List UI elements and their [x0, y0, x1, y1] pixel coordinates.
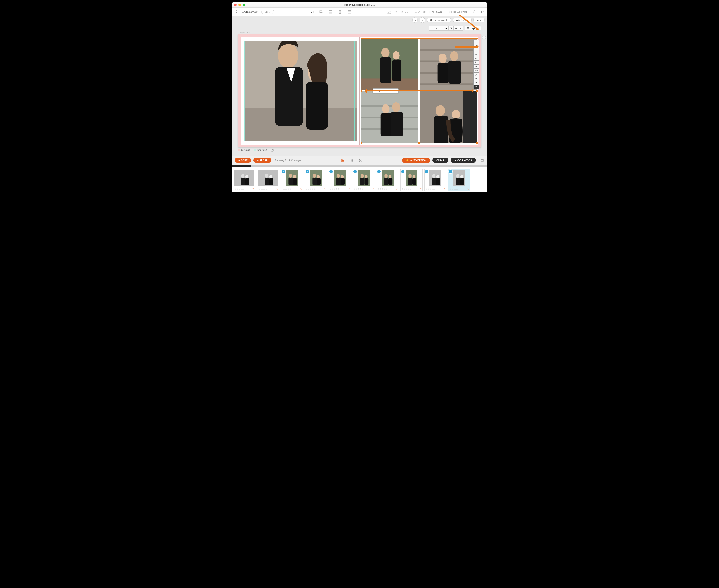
thumb-card[interactable]: 1☆☆☆☆☆♡ [329, 169, 351, 191]
magic-tool-icon[interactable]: ✦ [453, 26, 459, 31]
grid-photo-4[interactable] [420, 91, 477, 144]
heart-icon[interactable]: ♡ [467, 188, 469, 190]
rating-stars[interactable]: ☆☆☆☆☆ [306, 188, 316, 190]
heart-icon[interactable]: ♡ [276, 188, 278, 190]
zoom-tool-icon[interactable] [429, 26, 434, 31]
thumb-card[interactable]: 2☆☆☆☆☆♡ [353, 169, 375, 191]
album-size-pill[interactable]: 8x8 [261, 10, 274, 14]
heart-icon[interactable]: ♡ [396, 188, 398, 190]
thumb-card[interactable]: 2☆☆☆☆☆♡ [305, 169, 327, 191]
comments-mode-icon[interactable] [319, 9, 323, 14]
rating-stars[interactable]: ☆☆☆☆☆ [282, 188, 292, 190]
clear-button[interactable]: CLEAR [432, 158, 448, 163]
dock-resize-icon[interactable] [480, 158, 484, 163]
add-page-button[interactable]: + [482, 36, 486, 39]
thumb-card[interactable]: 2☆☆☆☆☆♡ [400, 169, 423, 191]
svg-point-9 [430, 27, 432, 29]
svg-rect-86 [312, 177, 317, 185]
minimize-window-button[interactable] [238, 4, 241, 6]
side-contrast-icon[interactable] [473, 64, 479, 69]
zoom-window-button[interactable] [242, 4, 245, 6]
side-bw-button[interactable]: BW [473, 68, 479, 73]
sort-button[interactable]: ◀SORT [235, 158, 251, 163]
side-crop-icon[interactable] [473, 60, 479, 65]
view-grid-active-icon[interactable] [340, 158, 345, 163]
rating-stars[interactable]: ☆☆☆☆☆ [234, 188, 244, 190]
grid-photo-2[interactable] [420, 38, 477, 90]
svg-rect-93 [341, 178, 345, 185]
visibility-icon[interactable] [458, 26, 463, 31]
heart-icon[interactable]: ♡ [372, 188, 374, 190]
grid-photo-3[interactable] [361, 91, 419, 144]
rating-stars[interactable]: ☆☆☆☆☆ [330, 188, 339, 190]
titlebar: Fundy Designer Suite v10 [232, 2, 487, 8]
svg-point-95 [361, 174, 364, 178]
album-icon[interactable] [234, 9, 239, 14]
grid-icon [467, 27, 469, 29]
thumb-card[interactable]: ☆☆☆☆☆♡ [233, 169, 255, 191]
rating-stars[interactable]: ☆☆☆☆☆ [402, 188, 411, 190]
thumb-card[interactable]: 1☆☆☆☆☆♡ [257, 169, 279, 191]
side-sliders-icon[interactable] [473, 77, 479, 81]
thumb-card[interactable]: 2☆☆☆☆☆♡ [424, 169, 446, 191]
grid-photo-1[interactable] [361, 38, 419, 90]
view-dots-icon[interactable] [350, 158, 354, 163]
svg-point-102 [389, 175, 392, 178]
heart-icon[interactable]: ♡ [444, 188, 445, 190]
side-1to1-button[interactable]: 1:1 [473, 40, 479, 44]
filter-button[interactable]: ◀FILTER [253, 158, 271, 163]
show-comments-button[interactable]: Show Comments [427, 18, 451, 22]
layout-icon[interactable] [347, 9, 352, 14]
cards-icon[interactable] [338, 9, 342, 14]
contrast-tool-icon[interactable] [448, 26, 453, 31]
window-title: Fundy Designer Suite v10 [232, 3, 487, 6]
side-rotate-icon[interactable] [473, 56, 479, 61]
prev-spread-button[interactable]: ‹ [413, 17, 418, 23]
fill-tool-icon[interactable]: ■ [444, 26, 449, 31]
text-tool-icon[interactable]: T [439, 26, 444, 31]
heart-icon[interactable]: ♡ [324, 188, 326, 190]
side-help-icon[interactable]: ? [473, 81, 479, 85]
auto-design-button[interactable]: ⚡AUTO DESIGN [402, 158, 430, 163]
svg-point-35 [450, 51, 458, 61]
left-photo-frame[interactable] [245, 41, 357, 141]
svg-rect-14 [467, 28, 468, 29]
legend-help-icon[interactable]: ? [271, 149, 274, 152]
side-brush-icon[interactable] [473, 72, 479, 77]
heart-icon[interactable]: ♡ [300, 188, 302, 190]
close-window-button[interactable] [234, 4, 237, 6]
next-spread-button[interactable]: › [420, 17, 425, 23]
wall-art-icon[interactable] [328, 9, 333, 14]
svg-rect-56 [342, 159, 343, 160]
rating-stars[interactable]: ☆☆☆☆☆ [378, 188, 387, 190]
thumb-card[interactable]: 2☆☆☆☆☆♡ [377, 169, 399, 191]
export-icon[interactable] [387, 9, 392, 14]
rating-stars[interactable]: ☆☆☆☆☆ [258, 188, 268, 190]
heart-icon[interactable]: ♡ [252, 188, 254, 190]
chevron-left-icon: ◀ [257, 160, 258, 161]
sync-icon[interactable] [472, 9, 477, 14]
fit-width-icon[interactable]: ↔ [434, 26, 439, 31]
rating-stars[interactable]: ☆☆☆☆☆ [425, 188, 435, 190]
page-right[interactable]: 1:1 BW ↔ 1:1 Fit [360, 37, 479, 145]
rating-stars[interactable]: ☆☆☆☆☆ [449, 188, 459, 190]
rating-stars[interactable]: ☆☆☆☆☆ [354, 188, 363, 190]
svg-rect-111 [432, 177, 436, 185]
view-stack-icon[interactable] [358, 158, 363, 163]
thumb-card[interactable]: 2☆☆☆☆☆♡ [448, 169, 470, 191]
external-link-icon[interactable] [480, 9, 485, 14]
page-left[interactable] [240, 37, 360, 145]
side-close-icon[interactable]: ✕ [473, 85, 479, 89]
view-button[interactable]: View [473, 18, 485, 22]
heart-icon[interactable]: ♡ [420, 188, 422, 190]
thumb-card[interactable]: 1☆☆☆☆☆♡ [281, 169, 303, 191]
album-mode-icon[interactable] [310, 9, 314, 14]
filmstrip-scrollbar[interactable] [232, 165, 487, 167]
scrollbar-thumb[interactable] [232, 165, 251, 167]
top-toolbar: Engagement 8x8 20 - 100 pages required 3… [232, 8, 487, 16]
heart-icon[interactable]: ♡ [348, 188, 350, 190]
annotation-arrow-horizontal [365, 90, 473, 91]
svg-point-77 [269, 175, 272, 178]
side-copy-icon[interactable] [473, 52, 479, 57]
add-photos-button[interactable]: + ADD PHOTOS [450, 158, 476, 163]
